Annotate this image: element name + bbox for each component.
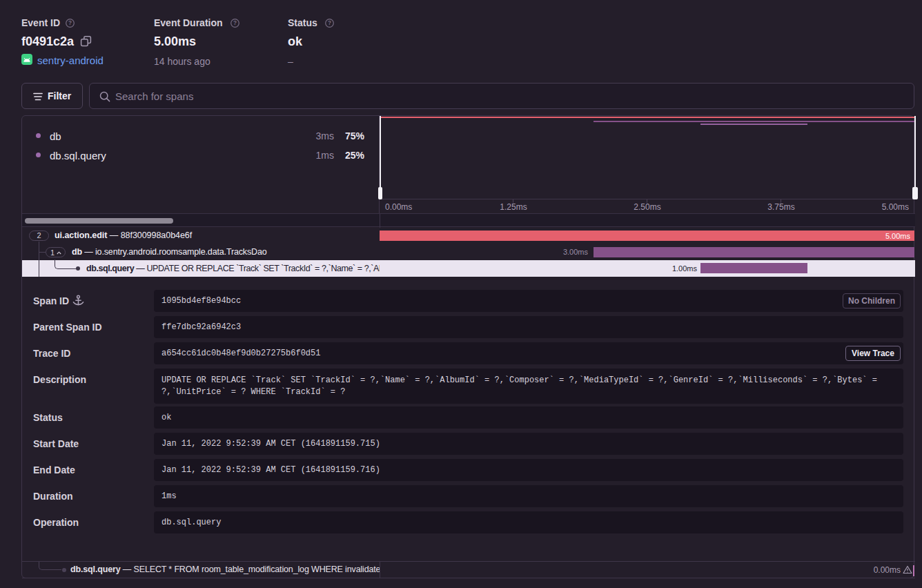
svg-text:?: ? <box>328 20 331 26</box>
svg-text:?: ? <box>68 20 72 26</box>
svg-text:?: ? <box>233 20 237 26</box>
